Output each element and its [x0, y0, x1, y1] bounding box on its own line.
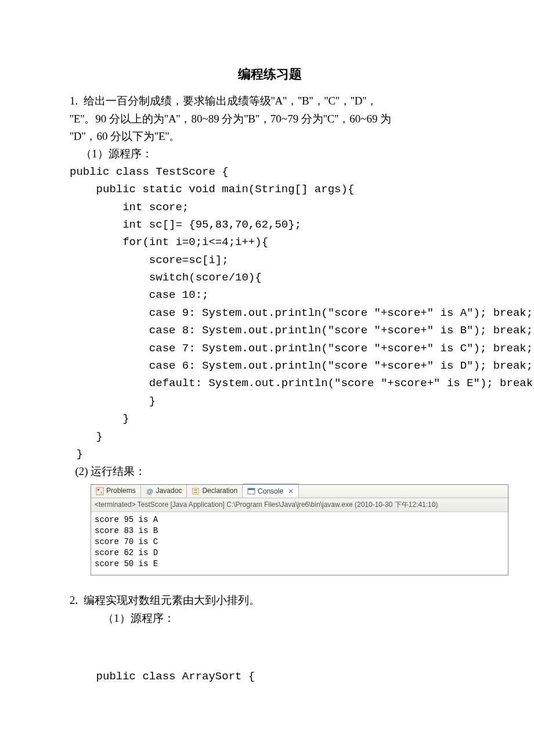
code-line: public class TestScore {	[70, 163, 470, 181]
code-line: public class ArraySort {	[70, 668, 470, 685]
code-line: }	[70, 445, 470, 463]
problems-icon	[96, 487, 104, 495]
tab-label: Declaration	[202, 485, 237, 496]
code-line: int score;	[70, 199, 470, 216]
q1-line1: 1. 给出一百分制成绩，要求输出成绩等级''A''，''B''，''C''，''…	[70, 92, 470, 110]
console-terminated-line: <terminated> TestScore [Java Application…	[91, 498, 508, 512]
ide-console-screenshot: Problems @ Javadoc Declaration Console ✕	[91, 484, 508, 576]
ide-tabbar: Problems @ Javadoc Declaration Console ✕	[91, 485, 508, 498]
declaration-icon	[192, 487, 200, 495]
code-line: score=sc[i];	[70, 251, 470, 269]
tab-declaration[interactable]: Declaration	[187, 485, 243, 498]
q2-line1: 2. 编程实现对数组元素由大到小排列。	[70, 592, 470, 609]
code-line: public static void main(String[] args){	[70, 181, 470, 198]
console-icon	[247, 487, 255, 495]
svg-rect-4	[193, 488, 199, 494]
code-line: case 10:;	[70, 286, 470, 304]
page-title: 编程练习题	[70, 64, 470, 84]
code-line: default: System.out.println("score "+sco…	[70, 375, 470, 392]
svg-rect-1	[98, 489, 99, 491]
console-output: score 95 is A score 83 is B score 70 is …	[91, 512, 508, 575]
code-line: int sc[]= {95,83,70,62,50};	[70, 216, 470, 233]
tab-problems[interactable]: Problems	[91, 485, 141, 498]
q1-sub1: （1）源程序：	[70, 145, 470, 163]
q1-line2: ''E''。90 分以上的为''A''，80~89 分为''B''，70~79 …	[70, 110, 470, 128]
code-line: }	[70, 410, 470, 427]
svg-rect-0	[96, 488, 103, 495]
code-line: }	[70, 393, 470, 410]
code-line: case 8: System.out.println("score "+scor…	[70, 322, 470, 339]
code-line: }	[70, 428, 470, 445]
tab-console[interactable]: Console ✕	[243, 484, 299, 498]
svg-rect-2	[100, 492, 102, 494]
tab-label: Problems	[106, 485, 136, 496]
code-line: case 6: System.out.println("score "+scor…	[70, 357, 470, 375]
document-page: 编程练习题 1. 给出一百分制成绩，要求输出成绩等级''A''，''B''，''…	[0, 0, 534, 756]
q1-line3: ''D''，60 分以下为''E''。	[70, 128, 470, 145]
close-icon[interactable]: ✕	[288, 486, 294, 497]
code-line: switch(score/10){	[70, 269, 470, 286]
tab-javadoc[interactable]: @ Javadoc	[141, 485, 187, 498]
svg-rect-6	[194, 492, 197, 493]
svg-rect-5	[194, 489, 197, 491]
code-line: case 7: System.out.println("score "+scor…	[70, 340, 470, 357]
tab-label: Javadoc	[156, 485, 182, 496]
code-line: for(int i=0;i<=4;i++){	[70, 233, 470, 251]
q2-sub1: （1）源程序：	[70, 610, 470, 627]
q1-sub2: (2) 运行结果：	[70, 463, 470, 480]
tab-label: Console	[258, 486, 283, 497]
javadoc-icon: @	[146, 487, 154, 495]
svg-rect-8	[248, 488, 255, 490]
code-line: case 9: System.out.println("score "+scor…	[70, 304, 470, 322]
svg-text:@: @	[146, 488, 153, 495]
